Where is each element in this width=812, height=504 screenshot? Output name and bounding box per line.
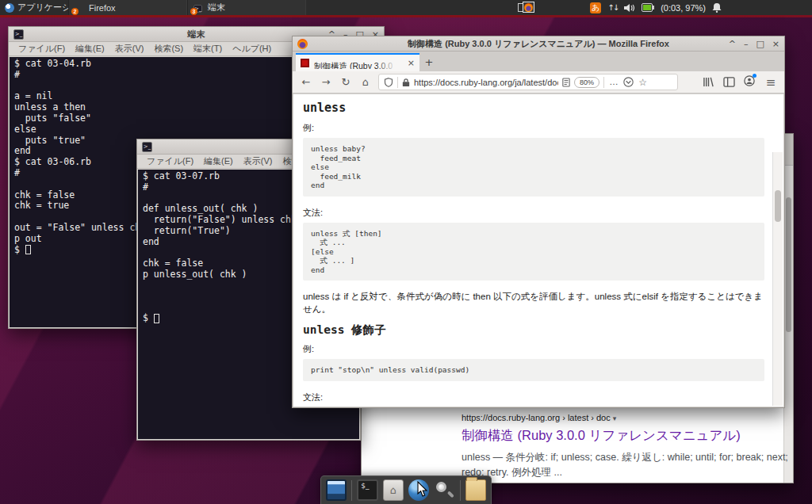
doc-heading-unless-modifier: unless 修飾子 [303,323,764,338]
tracking-shield-icon[interactable] [384,78,393,87]
result-breadcrumb[interactable]: https://docs.ruby-lang.org › latest › do… [462,413,807,422]
mouse-cursor [417,481,429,498]
file-manager-icon[interactable]: ⌂ [383,479,404,501]
bookmark-star-icon[interactable]: ☆ [638,77,648,88]
tab-bar: 制御構造 (Ruby 3.0.0 リフ × + [293,52,784,71]
navigation-toolbar: ← → ↻ ⌂ https://docs.ruby-lang.org/ja/la… [293,71,784,94]
result-snippet: unless — 条件分岐: if; unless; case. 繰り返し: w… [462,450,807,481]
volume-icon[interactable] [624,3,635,13]
menu-view[interactable]: 表示(V) [243,155,273,167]
tab-close-icon[interactable]: × [408,58,415,68]
wallpaper-red-band [0,15,812,17]
code-example-unless: unless baby? feed_meat else feed_milk en… [303,138,764,197]
lock-icon [402,78,410,87]
tab-ruby-doc[interactable]: 制御構造 (Ruby 3.0.0 リフ × [296,53,419,71]
network-icon[interactable]: ↑↓ [607,3,618,12]
menu-edit[interactable]: 編集(E) [75,43,105,55]
active-window-icon[interactable] [512,1,542,14]
example-label: 例: [303,343,764,355]
ruby-docs-favicon [301,59,309,67]
firefox-logo-icon [297,39,308,49]
page-actions-icon[interactable]: … [608,77,619,87]
taskbar-item-label: Firefox [89,3,116,13]
firefox-titlebar[interactable]: 制御構造 (Ruby 3.0.0 リファレンスマニュアル) — Mozilla … [293,36,784,52]
menu-view[interactable]: 表示(V) [115,43,144,55]
app-finder-icon[interactable] [434,479,454,501]
code-syntax-unless: unless 式 [then] 式 ... [else 式 ... ] end [303,223,764,281]
url-bar[interactable]: https://docs.ruby-lang.org/ja/latest/doc… [378,74,678,90]
syntax-label: 文法: [303,391,764,403]
doc-paragraph: unless は if と反対で、条件式が偽の時に then 以下の式を評価しま… [303,291,764,315]
taskbar-item-terminal[interactable]: >_ 3 端末 [187,0,306,15]
firefox-window: 制御構造 (Ruby 3.0.0 リファレンスマニュアル) — Mozilla … [292,36,785,408]
window-count-badge: 2 [71,8,79,15]
scrollbar-thumb[interactable] [775,190,781,222]
input-method-icon[interactable]: あ [590,2,601,13]
terminal-icon: >_ [13,29,24,40]
close-icon[interactable]: × [772,39,779,49]
taskbar-item-firefox[interactable]: 2 Firefox [68,0,187,15]
battery-icon[interactable] [642,3,654,12]
account-button[interactable] [744,75,755,90]
menu-search[interactable]: 検索(S) [154,43,183,55]
terminal-cursor [25,245,31,254]
menu-file[interactable]: ファイル(F) [147,155,193,167]
reload-icon[interactable]: ↻ [339,76,353,88]
notification-bell-icon[interactable] [712,2,722,13]
window-count-badge: 3 [190,8,197,15]
desktop: アプリケーション 2 Firefox >_ 3 端末 あ ↑↓ (0 [0,0,812,504]
example-label: 例: [303,122,764,134]
back-icon[interactable]: ← [299,76,313,88]
search-result: https://docs.ruby-lang.org › latest › do… [462,413,807,481]
new-tab-button[interactable]: + [419,53,439,71]
terminal-cursor [154,314,159,323]
top-panel: アプリケーション 2 Firefox >_ 3 端末 あ ↑↓ (0 [0,0,812,15]
firefox-logo-icon [524,3,533,12]
maximize-icon[interactable]: □ [756,39,764,49]
dock: $_ ⌂ [320,475,492,504]
url-text[interactable]: https://docs.ruby-lang.org/ja/latest/doc… [414,78,558,87]
notification-dot [753,74,756,78]
code-example-modifier: print "stop\n" unless valid(passwd) [303,359,764,381]
syntax-label: 文法: [303,207,764,219]
minimize-icon[interactable]: – [744,39,749,49]
forward-icon[interactable]: → [319,76,333,88]
hamburger-menu-icon[interactable]: ≡ [764,75,778,90]
content-scrollbar[interactable] [772,152,783,406]
sidebar-icon[interactable] [723,77,735,87]
terminal-launcher-icon[interactable]: $_ [357,479,377,501]
terminal-icon: >_ [142,142,152,152]
pocket-icon[interactable] [623,77,634,87]
menu-edit[interactable]: 編集(E) [204,155,233,167]
system-tray: あ ↑↓ (0:03, 97%) [590,0,722,15]
scrollbar-thumb[interactable] [786,197,791,332]
battery-status-text: (0:03, 97%) [661,3,706,13]
reader-mode-icon[interactable] [562,78,570,87]
menu-help[interactable]: ヘルプ(H) [232,43,271,55]
library-icon[interactable] [703,77,714,87]
doc-heading-unless: unless [303,101,764,115]
zoom-level-badge[interactable]: 80% [574,77,599,88]
home-icon[interactable]: ⌂ [358,76,373,88]
result-title-link[interactable]: 制御構造 (Ruby 3.0.0 リファレンスマニュアル) [462,427,807,445]
page-content: unless 例: unless baby? feed_meat else fe… [293,94,783,407]
taskbar-item-label: 端末 [208,2,225,13]
window-title: 制御構造 (Ruby 3.0.0 リファレンスマニュアル) — Mozilla … [293,38,784,50]
menu-terminal[interactable]: 端末(T) [193,43,222,55]
caret-down-icon: ▾ [613,414,617,422]
xubuntu-logo-icon [5,3,14,13]
shade-icon[interactable]: ^ [729,39,736,49]
folder-icon[interactable] [465,479,486,501]
show-desktop-icon[interactable] [326,479,347,501]
menu-file[interactable]: ファイル(F) [18,43,65,55]
